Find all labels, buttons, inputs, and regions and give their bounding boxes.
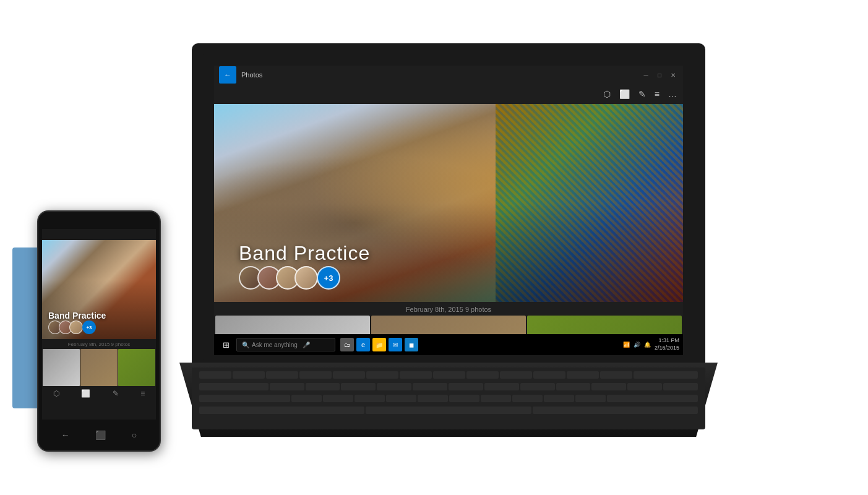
thumbnail-1[interactable] (215, 316, 370, 334)
key (600, 371, 632, 379)
key (591, 383, 626, 390)
edit-icon[interactable]: ✎ (638, 89, 646, 99)
key (299, 371, 332, 379)
close-button[interactable]: ✕ (668, 70, 678, 80)
phone-bottom-bar: ← ⬛ ○ (42, 420, 156, 450)
key (341, 383, 376, 390)
taskbar-ie-icon[interactable]: e (356, 338, 370, 351)
phone-home-nav-icon[interactable]: ⬛ (95, 430, 106, 440)
key (567, 371, 599, 379)
key (199, 395, 290, 402)
key (270, 383, 304, 390)
phone-thumb-2 (80, 349, 118, 386)
key (323, 395, 353, 402)
photo-metadata: February 8th, 2015 9 photos (214, 302, 683, 316)
thumbnail-2[interactable] (371, 316, 526, 334)
app-title: Photos (241, 71, 641, 79)
key (533, 371, 565, 379)
minimize-button[interactable]: ─ (641, 70, 651, 80)
phone-back-nav-icon[interactable]: ← (61, 430, 70, 440)
phone-thumbnail-strip (42, 349, 156, 386)
keyboard-row-3 (199, 394, 698, 404)
key (520, 383, 555, 390)
phone-app-toolbar: ⬡ ⬜ ✎ ≡ (42, 386, 156, 401)
key (306, 383, 340, 390)
key (377, 383, 411, 390)
key (199, 371, 231, 379)
key (575, 395, 606, 402)
taskbar-search[interactable]: 🔍 Ask me anything 🎤 (236, 338, 335, 351)
phone-share-icon[interactable]: ⬡ (53, 389, 59, 398)
phone-people-row: +3 (48, 321, 96, 334)
key (418, 395, 448, 402)
phone-screen: Band Practice +3 February 8th, 2015 9 ph… (42, 229, 156, 420)
phone-thumb-1 (43, 349, 80, 386)
photos-app: ← Photos ─ □ ✕ ⬡ ⬜ ✎ ≡ … (214, 66, 683, 355)
taskbar-mail-icon[interactable]: ✉ (389, 338, 402, 351)
phone-device: Band Practice +3 February 8th, 2015 9 ph… (37, 210, 161, 452)
phone-list-icon[interactable]: ≡ (140, 389, 145, 398)
phone-album-title: Band Practice (48, 311, 106, 321)
phone-slideshow-icon[interactable]: ⬜ (81, 389, 90, 398)
share-icon[interactable]: ⬡ (603, 89, 611, 99)
person-circle-4 (294, 266, 318, 290)
network-icon: 📶 (623, 342, 630, 348)
laptop-screen-bezel: ← Photos ─ □ ✕ ⬡ ⬜ ✎ ≡ … (192, 43, 705, 365)
laptop-keyboard (192, 368, 705, 429)
phone-thumb-3 (118, 349, 155, 386)
phone-edit-icon[interactable]: ✎ (113, 389, 119, 398)
key (663, 383, 698, 390)
window-controls: ─ □ ✕ (641, 70, 678, 80)
key (199, 407, 364, 414)
key (355, 395, 385, 402)
app-toolbar: ⬡ ⬜ ✎ ≡ … (214, 84, 683, 104)
key (400, 371, 432, 379)
title-bar: ← Photos ─ □ ✕ (214, 66, 683, 84)
phone-hero-image: Band Practice +3 (42, 240, 156, 339)
key (433, 371, 465, 379)
taskbar-store-icon[interactable]: 🗂 (340, 338, 354, 351)
more-icon[interactable]: … (668, 89, 677, 99)
taskbar-edge-icon[interactable]: ◼ (405, 338, 418, 351)
list-icon[interactable]: ≡ (655, 89, 660, 99)
phone-status-bar (42, 229, 156, 240)
key (634, 371, 698, 379)
slideshow-icon[interactable]: ⬜ (619, 89, 630, 99)
key (500, 371, 532, 379)
phone-photo-meta: February 8th, 2015 9 photos (42, 339, 156, 349)
taskbar-clock: 1:31 PM 2/16/2015 (655, 337, 679, 351)
maximize-button[interactable]: □ (655, 70, 664, 80)
notification-icon: 🔔 (644, 342, 651, 348)
thumbnail-3[interactable] (527, 316, 682, 334)
laptop-device: ← Photos ─ □ ✕ ⬡ ⬜ ✎ ≡ … (192, 43, 730, 452)
key (413, 383, 447, 390)
key (544, 395, 574, 402)
content-area: Band Practice +3 February 8th, 2015 9 ph… (214, 104, 683, 334)
key (484, 383, 519, 390)
key-space (366, 407, 531, 414)
key (199, 383, 269, 390)
phone-search-nav-icon[interactable]: ○ (132, 430, 137, 440)
keyboard-row-1 (199, 370, 698, 381)
phone-bezel: Band Practice +3 February 8th, 2015 9 ph… (37, 210, 161, 452)
key (512, 395, 543, 402)
key (449, 383, 483, 390)
keyboard-row-4 (199, 405, 698, 415)
key (333, 371, 365, 379)
start-button[interactable]: ⊞ (218, 337, 234, 353)
taskbar-system-tray: 📶 🔊 🔔 1:31 PM 2/16/2015 (623, 337, 679, 351)
people-row: +3 (239, 266, 340, 290)
key (386, 395, 416, 402)
hero-image: Band Practice +3 (214, 104, 683, 302)
key (449, 395, 479, 402)
album-title: Band Practice (239, 242, 370, 265)
keyboard-row-2 (199, 382, 698, 392)
key (291, 395, 322, 402)
back-button[interactable]: ← (219, 66, 236, 84)
key (533, 407, 698, 414)
phone-person-circle-3 (69, 321, 83, 334)
taskbar-folder-icon[interactable]: 📁 (372, 338, 386, 351)
taskbar-app-icons: 🗂 e 📁 ✉ ◼ (340, 338, 418, 351)
taskbar: ⊞ 🔍 Ask me anything 🎤 🗂 e 📁 ✉ ◼ (214, 334, 683, 355)
key (556, 383, 591, 390)
